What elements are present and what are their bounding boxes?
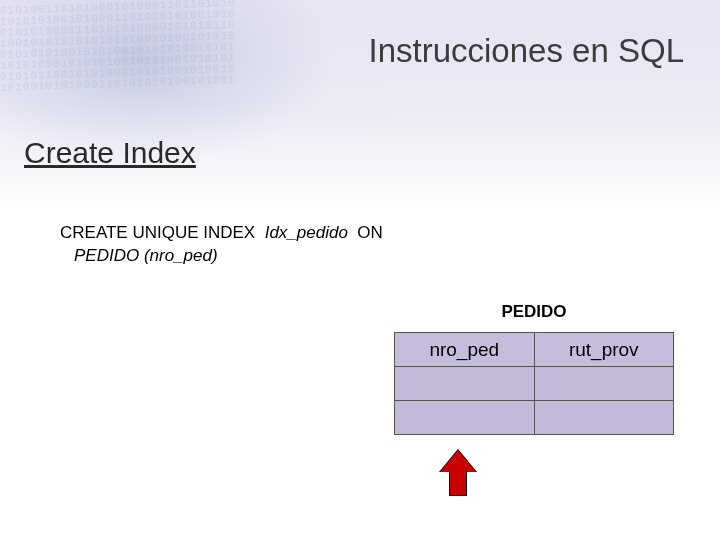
code-line-2: PEDIDO (nro_ped) bbox=[60, 245, 383, 268]
db-col-header: nro_ped bbox=[395, 333, 535, 367]
db-header-row: nro_ped rut_prov bbox=[395, 333, 674, 367]
code-keyword-create: CREATE UNIQUE INDEX bbox=[60, 223, 255, 242]
arrow-up-icon bbox=[440, 450, 476, 496]
code-line-1: CREATE UNIQUE INDEX Idx_pedido ON bbox=[60, 222, 383, 245]
db-cell bbox=[395, 367, 535, 401]
code-index-name: Idx_pedido bbox=[265, 223, 348, 242]
background-digits-texture: 0101001101010001010001101101010 10101010… bbox=[0, 0, 340, 146]
slide-title: Instrucciones en SQL bbox=[369, 32, 685, 70]
section-heading: Create Index bbox=[24, 136, 196, 170]
db-cell bbox=[534, 401, 673, 435]
db-table: nro_ped rut_prov bbox=[394, 332, 674, 435]
db-col-header: rut_prov bbox=[534, 333, 673, 367]
db-cell bbox=[395, 401, 535, 435]
code-keyword-on-text: ON bbox=[357, 223, 383, 242]
db-table-title: PEDIDO bbox=[394, 302, 674, 322]
db-row bbox=[395, 401, 674, 435]
db-row bbox=[395, 367, 674, 401]
db-table-wrap: PEDIDO nro_ped rut_prov bbox=[394, 302, 674, 435]
sql-code-block: CREATE UNIQUE INDEX Idx_pedido ON PEDIDO… bbox=[60, 222, 383, 268]
db-cell bbox=[534, 367, 673, 401]
